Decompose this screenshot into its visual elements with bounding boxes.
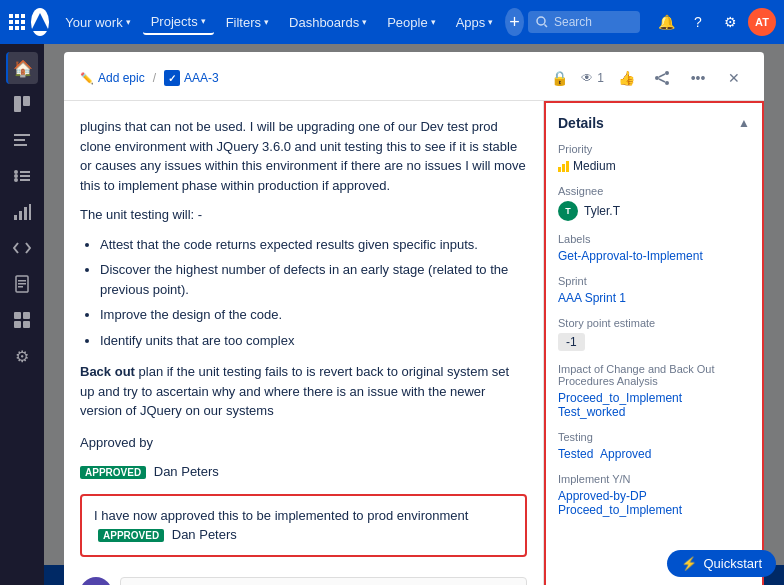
- svg-point-9: [537, 17, 545, 25]
- approved-by-value: APPROVED Dan Peters: [80, 462, 527, 482]
- testing-label: Testing: [558, 431, 750, 443]
- priority-icon: [558, 161, 569, 172]
- labels-value[interactable]: Get-Approval-to-Implement: [558, 249, 750, 263]
- svg-rect-15: [14, 144, 27, 146]
- svg-point-18: [14, 174, 18, 178]
- bullet-list: Attest that the code returns expected re…: [100, 235, 527, 351]
- issue-id-tag[interactable]: ✓ AAA-3: [164, 70, 219, 86]
- sprint-value[interactable]: AAA Sprint 1: [558, 291, 750, 305]
- svg-rect-1: [15, 14, 19, 18]
- impact-value-0[interactable]: Proceed_to_Implement: [558, 391, 682, 405]
- testing-section: Testing Tested Approved: [558, 431, 750, 461]
- filters-nav[interactable]: Filters ▾: [218, 11, 277, 34]
- testing-value-1[interactable]: Approved: [600, 447, 651, 461]
- approved-by-label: Approved by: [80, 433, 527, 453]
- priority-section: Priority Medium: [558, 143, 750, 173]
- more-options-button[interactable]: •••: [684, 64, 712, 92]
- create-button[interactable]: +: [505, 8, 524, 36]
- search-bar[interactable]: Search: [528, 11, 640, 33]
- search-placeholder: Search: [554, 15, 592, 29]
- quickstart-button[interactable]: ⚡ Quickstart: [667, 550, 776, 577]
- svg-rect-24: [24, 207, 27, 220]
- story-value: -1: [558, 333, 585, 351]
- svg-rect-17: [20, 171, 30, 173]
- close-button[interactable]: ✕: [720, 64, 748, 92]
- testing-value-0[interactable]: Tested: [558, 447, 593, 461]
- svg-rect-5: [21, 20, 25, 24]
- grid-menu-icon[interactable]: [8, 8, 27, 36]
- sidebar-backlog-icon[interactable]: [6, 160, 38, 192]
- implement-label: Implement Y/N: [558, 473, 750, 485]
- assignee-row: T Tyler.T: [558, 201, 750, 221]
- impact-section: Impact of Change and Back Out Procedures…: [558, 363, 750, 419]
- your-work-nav[interactable]: Your work ▾: [57, 11, 138, 34]
- details-panel: Details ▲ Priority Medium: [544, 101, 764, 585]
- implement-section: Implement Y/N Approved-by-DP Proceed_to_…: [558, 473, 750, 517]
- lock-icon[interactable]: 🔒: [545, 64, 573, 92]
- sidebar-shortcuts-icon[interactable]: [6, 304, 38, 336]
- user-avatar[interactable]: AT: [748, 8, 776, 36]
- sidebar-roadmap-icon[interactable]: [6, 124, 38, 156]
- sidebar-code-icon[interactable]: [6, 232, 38, 264]
- priority-value-row: Medium: [558, 159, 750, 173]
- projects-chevron-icon: ▾: [201, 16, 206, 26]
- details-title: Details: [558, 115, 604, 131]
- people-nav[interactable]: People ▾: [379, 11, 443, 34]
- implement-value-1[interactable]: Proceed_to_Implement: [558, 503, 746, 517]
- svg-rect-30: [14, 312, 21, 319]
- impact-values: Proceed_to_Implement Test_worked: [558, 391, 750, 419]
- assignee-avatar: T: [558, 201, 578, 221]
- sidebar-settings-icon[interactable]: ⚙: [6, 340, 38, 372]
- settings-button[interactable]: ⚙: [716, 8, 744, 36]
- bullet-item: Discover the highest number of defects i…: [100, 260, 527, 299]
- notifications-button[interactable]: 🔔: [652, 8, 680, 36]
- labels-label: Labels: [558, 233, 750, 245]
- svg-point-20: [14, 178, 18, 182]
- modal-body: plugins that can not be used. I will be …: [64, 101, 764, 585]
- like-button[interactable]: 👍: [612, 64, 640, 92]
- implement-value-0[interactable]: Approved-by-DP: [558, 489, 746, 503]
- comment-input[interactable]: Add a comment...: [120, 577, 527, 586]
- implement-values: Approved-by-DP Proceed_to_Implement: [558, 489, 750, 517]
- svg-rect-25: [29, 204, 31, 220]
- apps-nav[interactable]: Apps ▾: [448, 11, 502, 34]
- svg-rect-12: [23, 96, 30, 106]
- details-header: Details ▲: [558, 115, 750, 131]
- jira-logo[interactable]: [31, 8, 50, 36]
- description-paragraph: plugins that can not be used. I will be …: [80, 117, 527, 195]
- watch-button[interactable]: 👁 1: [581, 71, 604, 85]
- svg-rect-23: [19, 211, 22, 220]
- impact-value-1[interactable]: Test_worked: [558, 405, 625, 419]
- assignee-name: Tyler.T: [584, 204, 620, 218]
- people-chevron-icon: ▾: [431, 17, 436, 27]
- svg-rect-4: [15, 20, 19, 24]
- svg-point-16: [14, 170, 18, 174]
- nav-action-group: 🔔 ? ⚙ AT: [652, 8, 776, 36]
- comment-area: DS Add a comment...: [80, 569, 527, 586]
- share-button[interactable]: [648, 64, 676, 92]
- projects-nav[interactable]: Projects ▾: [143, 10, 214, 35]
- svg-rect-2: [21, 14, 25, 18]
- left-sidebar: 🏠: [0, 44, 44, 585]
- sidebar-pages-icon[interactable]: [6, 268, 38, 300]
- priority-label: Priority: [558, 143, 750, 155]
- quickstart-icon: ⚡: [681, 556, 697, 571]
- svg-rect-3: [9, 20, 13, 24]
- issue-modal: ✏️ Add epic / ✓ AAA-3 🔒 👁 1 👍: [64, 52, 764, 585]
- svg-rect-21: [20, 179, 30, 181]
- svg-rect-29: [18, 286, 23, 288]
- svg-rect-33: [23, 321, 30, 328]
- sidebar-reports-icon[interactable]: [6, 196, 38, 228]
- sidebar-home-icon[interactable]: 🏠: [6, 52, 38, 84]
- add-epic-breadcrumb[interactable]: ✏️ Add epic: [80, 71, 145, 85]
- priority-text: Medium: [573, 159, 616, 173]
- approved-section: Approved by APPROVED Dan Peters: [80, 433, 527, 482]
- dashboards-nav[interactable]: Dashboards ▾: [281, 11, 375, 34]
- sidebar-board-icon[interactable]: [6, 88, 38, 120]
- quickstart-label: Quickstart: [703, 556, 762, 571]
- help-button[interactable]: ?: [684, 8, 712, 36]
- top-navigation: Your work ▾ Projects ▾ Filters ▾ Dashboa…: [0, 0, 784, 44]
- details-collapse-button[interactable]: ▲: [738, 116, 750, 130]
- filters-chevron-icon: ▾: [264, 17, 269, 27]
- assignee-label: Assignee: [558, 185, 750, 197]
